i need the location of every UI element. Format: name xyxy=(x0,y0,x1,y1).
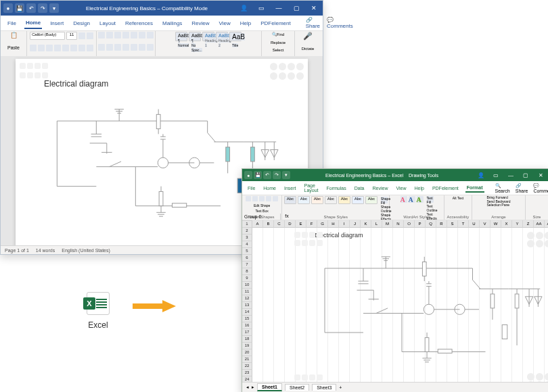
excel-file-icon[interactable]: X xyxy=(87,292,110,315)
col-header[interactable]: X xyxy=(501,220,512,228)
autosave-toggle[interactable]: ● xyxy=(244,171,252,179)
col-header[interactable]: H xyxy=(328,220,339,228)
share-button[interactable]: 🔗 Share xyxy=(306,17,320,29)
multilevel-icon[interactable] xyxy=(114,32,121,39)
row-header[interactable]: 11 xyxy=(242,289,252,295)
indent-inc-icon[interactable] xyxy=(131,32,137,39)
tab-help[interactable]: Help xyxy=(239,18,252,28)
undo-icon[interactable]: ↶ xyxy=(263,171,271,179)
font-size-selector[interactable]: 11 xyxy=(66,32,77,40)
maximize-button[interactable]: ▢ xyxy=(288,1,305,16)
row-header[interactable]: 10 xyxy=(242,282,252,289)
col-header[interactable]: S xyxy=(447,220,458,228)
numbering-icon[interactable] xyxy=(106,32,113,39)
row-header[interactable]: 17 xyxy=(242,329,252,336)
text-outline-button[interactable]: Text Outline xyxy=(427,204,434,212)
col-header[interactable]: T xyxy=(458,220,469,228)
shape-style-1[interactable]: Abc xyxy=(284,196,296,204)
edit-shape-button[interactable]: Edit Shape xyxy=(254,203,270,207)
row-header[interactable]: 8 xyxy=(242,268,252,275)
shape-style-6[interactable]: Abc xyxy=(352,196,364,204)
strike-icon[interactable] xyxy=(54,45,61,51)
row-header[interactable]: 7 xyxy=(242,262,252,268)
col-header[interactable]: W xyxy=(490,220,501,228)
minimize-button[interactable]: — xyxy=(270,1,288,16)
tab-help[interactable]: Help xyxy=(413,185,425,192)
sheet-nav-prev-icon[interactable]: ◂ xyxy=(246,385,249,390)
worksheet-grid[interactable]: 1234567891011121314151617181920212223242… xyxy=(242,220,548,383)
tab-design[interactable]: Design xyxy=(72,18,91,28)
cells-area[interactable]: Electrical diagram xyxy=(252,228,548,383)
tab-insert[interactable]: Insert xyxy=(49,18,65,28)
col-header[interactable]: K xyxy=(361,220,371,228)
sort-icon[interactable] xyxy=(139,32,145,39)
row-header[interactable]: 16 xyxy=(242,322,252,329)
tab-review[interactable]: Review xyxy=(371,185,389,192)
style-normal[interactable]: AaBbCcDd¶ Normal xyxy=(175,32,187,41)
redo-icon[interactable]: ↷ xyxy=(38,3,47,13)
tab-home[interactable]: Home xyxy=(24,18,42,29)
shape-style-3[interactable]: Abc xyxy=(311,196,323,204)
pilcrow-icon[interactable] xyxy=(147,32,154,39)
undo-icon[interactable]: ↶ xyxy=(26,3,36,13)
align-center-icon[interactable] xyxy=(106,44,113,51)
row-header[interactable]: 13 xyxy=(242,302,252,309)
tab-file[interactable]: File xyxy=(6,18,18,28)
page-indicator[interactable]: Page 1 of 1 xyxy=(5,248,29,253)
formula-input[interactable] xyxy=(293,214,548,220)
comments-button[interactable]: 💬 Comments xyxy=(533,183,548,193)
wordart-style-1[interactable]: A xyxy=(401,196,407,203)
wordart-style-3[interactable]: A xyxy=(417,196,424,203)
column-headers[interactable]: ABCDEFGHIJKLMNOPQRSTUVWXYZAAABAC xyxy=(252,220,548,228)
col-header[interactable]: U xyxy=(469,220,480,228)
size-height[interactable] xyxy=(534,196,539,201)
autosave-toggle[interactable]: ● xyxy=(3,3,13,13)
text-fill-button[interactable]: Text Fill xyxy=(427,196,434,204)
shape-style-2[interactable]: Abc xyxy=(298,196,310,204)
style-title[interactable]: AaBTitle xyxy=(229,32,242,41)
ribbon-options-icon[interactable]: ▭ xyxy=(488,169,503,181)
alt-text-button[interactable]: Alt Text xyxy=(453,196,463,200)
row-header[interactable]: 5 xyxy=(242,248,252,255)
col-header[interactable]: AA xyxy=(534,220,545,228)
col-header[interactable]: E xyxy=(296,220,306,228)
col-header[interactable]: D xyxy=(285,220,296,228)
redo-icon[interactable]: ↷ xyxy=(273,171,281,179)
tab-format[interactable]: Format xyxy=(465,184,484,193)
col-header[interactable]: L xyxy=(371,220,382,228)
italic-icon[interactable] xyxy=(38,45,45,51)
shrink-font-icon[interactable] xyxy=(87,32,93,39)
wordart-style-2[interactable]: A xyxy=(409,196,415,203)
row-header[interactable]: 6 xyxy=(242,255,252,262)
save-icon[interactable]: 💾 xyxy=(15,3,24,13)
save-icon[interactable]: 💾 xyxy=(254,171,262,179)
align-left-icon[interactable] xyxy=(98,44,105,51)
dictate-icon[interactable]: 🎤 xyxy=(303,32,313,41)
col-header[interactable]: F xyxy=(306,220,317,228)
bullets-icon[interactable] xyxy=(98,32,105,39)
shape-gallery[interactable] xyxy=(246,196,251,201)
line-spacing-icon[interactable] xyxy=(131,44,137,51)
close-button[interactable]: ✕ xyxy=(533,169,548,181)
col-header[interactable]: Q xyxy=(426,220,436,228)
col-header[interactable]: Z xyxy=(523,220,534,228)
shape-style-7[interactable]: Abc xyxy=(365,196,378,204)
row-header[interactable]: 2 xyxy=(242,228,252,235)
diagram-overlay[interactable]: Electrical diagram xyxy=(294,232,548,383)
row-header[interactable]: 15 xyxy=(242,316,252,322)
shading-icon[interactable] xyxy=(139,44,145,51)
col-header[interactable]: I xyxy=(339,220,350,228)
comments-button[interactable]: 💬 Comments xyxy=(327,17,353,29)
col-header[interactable]: N xyxy=(393,220,404,228)
sheet-tab-2[interactable]: Sheet2 xyxy=(285,384,309,391)
word-count[interactable]: 14 words xyxy=(36,248,55,253)
row-header[interactable]: 9 xyxy=(242,275,252,282)
row-header[interactable]: 23 xyxy=(242,370,252,376)
sheet-tab-1[interactable]: Sheet1 xyxy=(257,383,282,391)
replace-button[interactable]: Replace xyxy=(271,41,286,45)
tab-pdfelement[interactable]: PDFelement xyxy=(259,18,292,28)
shape-style-4[interactable]: Abc xyxy=(325,196,337,204)
minimize-button[interactable]: — xyxy=(503,169,518,181)
row-header[interactable]: 14 xyxy=(242,309,252,316)
indent-dec-icon[interactable] xyxy=(122,32,129,39)
